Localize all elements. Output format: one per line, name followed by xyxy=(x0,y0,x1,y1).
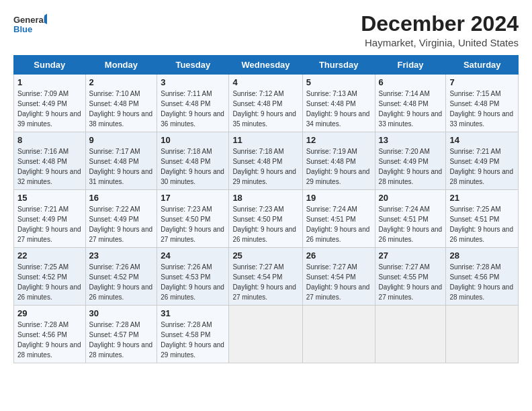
day-number: 9 xyxy=(89,135,154,145)
day-info: Sunrise: 7:28 AM Sunset: 4:58 PM Dayligh… xyxy=(161,321,224,359)
col-saturday: Saturday xyxy=(446,56,519,75)
day-info: Sunrise: 7:27 AM Sunset: 4:55 PM Dayligh… xyxy=(379,263,443,301)
calendar-cell: 21 Sunrise: 7:25 AM Sunset: 4:51 PM Dayl… xyxy=(446,190,519,248)
day-info: Sunrise: 7:28 AM Sunset: 4:56 PM Dayligh… xyxy=(449,263,513,301)
day-info: Sunrise: 7:28 AM Sunset: 4:57 PM Dayligh… xyxy=(89,321,153,359)
day-number: 28 xyxy=(449,250,515,261)
day-info: Sunrise: 7:24 AM Sunset: 4:51 PM Dayligh… xyxy=(306,205,370,243)
day-number: 29 xyxy=(17,308,82,318)
calendar-cell: 29 Sunrise: 7:28 AM Sunset: 4:56 PM Dayl… xyxy=(14,306,86,363)
calendar-week-5: 29 Sunrise: 7:28 AM Sunset: 4:56 PM Dayl… xyxy=(14,306,519,363)
col-sunday: Sunday xyxy=(14,56,86,75)
day-info: Sunrise: 7:20 AM Sunset: 4:49 PM Dayligh… xyxy=(379,148,443,185)
day-number: 26 xyxy=(306,250,371,261)
calendar-cell: 11 Sunrise: 7:18 AM Sunset: 4:48 PM Dayl… xyxy=(229,132,302,190)
calendar-cell: 27 Sunrise: 7:27 AM Sunset: 4:55 PM Dayl… xyxy=(375,248,446,306)
day-number: 18 xyxy=(232,193,298,203)
day-number: 21 xyxy=(449,193,515,203)
day-number: 10 xyxy=(161,135,225,145)
calendar-cell: 4 Sunrise: 7:12 AM Sunset: 4:48 PM Dayli… xyxy=(229,75,302,132)
calendar-cell xyxy=(302,306,375,363)
day-number: 22 xyxy=(17,250,82,261)
calendar-cell: 16 Sunrise: 7:22 AM Sunset: 4:49 PM Dayl… xyxy=(85,190,157,248)
month-title: December 2024 xyxy=(361,12,519,36)
day-info: Sunrise: 7:09 AM Sunset: 4:49 PM Dayligh… xyxy=(17,90,81,128)
calendar-cell: 18 Sunrise: 7:23 AM Sunset: 4:50 PM Dayl… xyxy=(229,190,302,248)
day-number: 27 xyxy=(379,250,443,261)
day-number: 19 xyxy=(306,193,371,203)
day-info: Sunrise: 7:14 AM Sunset: 4:48 PM Dayligh… xyxy=(379,90,443,128)
calendar-cell: 26 Sunrise: 7:27 AM Sunset: 4:54 PM Dayl… xyxy=(302,248,375,306)
day-info: Sunrise: 7:23 AM Sunset: 4:50 PM Dayligh… xyxy=(232,205,296,243)
day-info: Sunrise: 7:19 AM Sunset: 4:48 PM Dayligh… xyxy=(306,148,370,185)
day-number: 25 xyxy=(232,250,298,261)
day-number: 17 xyxy=(161,193,225,203)
calendar-cell: 5 Sunrise: 7:13 AM Sunset: 4:48 PM Dayli… xyxy=(302,75,375,132)
day-info: Sunrise: 7:15 AM Sunset: 4:48 PM Dayligh… xyxy=(449,90,513,128)
calendar-cell: 24 Sunrise: 7:26 AM Sunset: 4:53 PM Dayl… xyxy=(157,248,229,306)
day-number: 5 xyxy=(306,77,371,87)
day-number: 6 xyxy=(379,77,443,87)
day-info: Sunrise: 7:18 AM Sunset: 4:48 PM Dayligh… xyxy=(232,148,296,185)
calendar-cell: 6 Sunrise: 7:14 AM Sunset: 4:48 PM Dayli… xyxy=(375,75,446,132)
calendar-cell: 20 Sunrise: 7:24 AM Sunset: 4:51 PM Dayl… xyxy=(375,190,446,248)
day-number: 12 xyxy=(306,135,371,145)
day-info: Sunrise: 7:21 AM Sunset: 4:49 PM Dayligh… xyxy=(17,205,81,243)
col-wednesday: Wednesday xyxy=(229,56,302,75)
day-number: 3 xyxy=(161,77,225,87)
day-number: 30 xyxy=(89,308,154,318)
day-info: Sunrise: 7:16 AM Sunset: 4:48 PM Dayligh… xyxy=(17,148,81,185)
day-info: Sunrise: 7:28 AM Sunset: 4:56 PM Dayligh… xyxy=(17,321,81,359)
calendar-cell: 13 Sunrise: 7:20 AM Sunset: 4:49 PM Dayl… xyxy=(375,132,446,190)
day-info: Sunrise: 7:27 AM Sunset: 4:54 PM Dayligh… xyxy=(232,263,296,301)
day-info: Sunrise: 7:23 AM Sunset: 4:50 PM Dayligh… xyxy=(161,205,224,243)
col-tuesday: Tuesday xyxy=(157,56,229,75)
header: General Blue December 2024 Haymarket, Vi… xyxy=(13,12,519,48)
day-number: 1 xyxy=(17,77,82,87)
calendar-header-row: Sunday Monday Tuesday Wednesday Thursday… xyxy=(14,56,519,75)
calendar-cell: 30 Sunrise: 7:28 AM Sunset: 4:57 PM Dayl… xyxy=(85,306,157,363)
calendar-cell: 15 Sunrise: 7:21 AM Sunset: 4:49 PM Dayl… xyxy=(14,190,86,248)
day-number: 23 xyxy=(89,250,154,261)
calendar-cell: 23 Sunrise: 7:26 AM Sunset: 4:52 PM Dayl… xyxy=(85,248,157,306)
calendar-cell: 7 Sunrise: 7:15 AM Sunset: 4:48 PM Dayli… xyxy=(446,75,519,132)
calendar-cell xyxy=(446,306,519,363)
calendar-cell: 10 Sunrise: 7:18 AM Sunset: 4:48 PM Dayl… xyxy=(157,132,229,190)
logo: General Blue xyxy=(13,12,47,38)
calendar-cell: 22 Sunrise: 7:25 AM Sunset: 4:52 PM Dayl… xyxy=(14,248,86,306)
day-number: 4 xyxy=(232,77,298,87)
day-info: Sunrise: 7:10 AM Sunset: 4:48 PM Dayligh… xyxy=(89,90,153,128)
location-title: Haymarket, Virginia, United States xyxy=(361,37,519,48)
day-info: Sunrise: 7:12 AM Sunset: 4:48 PM Dayligh… xyxy=(232,90,296,128)
day-number: 16 xyxy=(89,193,154,203)
day-number: 20 xyxy=(379,193,443,203)
day-number: 24 xyxy=(161,250,225,261)
day-info: Sunrise: 7:22 AM Sunset: 4:49 PM Dayligh… xyxy=(89,205,153,243)
col-monday: Monday xyxy=(85,56,157,75)
day-info: Sunrise: 7:27 AM Sunset: 4:54 PM Dayligh… xyxy=(306,263,370,301)
calendar-cell: 12 Sunrise: 7:19 AM Sunset: 4:48 PM Dayl… xyxy=(302,132,375,190)
day-number: 11 xyxy=(232,135,298,145)
day-number: 15 xyxy=(17,193,82,203)
calendar-cell: 14 Sunrise: 7:21 AM Sunset: 4:49 PM Dayl… xyxy=(446,132,519,190)
day-number: 7 xyxy=(449,77,515,87)
svg-text:Blue: Blue xyxy=(13,24,32,34)
page: General Blue December 2024 Haymarket, Vi… xyxy=(0,0,532,371)
day-number: 14 xyxy=(449,135,515,145)
calendar-cell: 28 Sunrise: 7:28 AM Sunset: 4:56 PM Dayl… xyxy=(446,248,519,306)
calendar-cell: 3 Sunrise: 7:11 AM Sunset: 4:48 PM Dayli… xyxy=(157,75,229,132)
day-info: Sunrise: 7:26 AM Sunset: 4:52 PM Dayligh… xyxy=(89,263,153,301)
svg-text:General: General xyxy=(13,15,46,25)
calendar-cell xyxy=(375,306,446,363)
calendar-cell: 19 Sunrise: 7:24 AM Sunset: 4:51 PM Dayl… xyxy=(302,190,375,248)
col-thursday: Thursday xyxy=(302,56,375,75)
day-number: 13 xyxy=(379,135,443,145)
title-area: December 2024 Haymarket, Virginia, Unite… xyxy=(361,12,519,48)
calendar-week-2: 8 Sunrise: 7:16 AM Sunset: 4:48 PM Dayli… xyxy=(14,132,519,190)
calendar-cell xyxy=(229,306,302,363)
calendar-cell: 2 Sunrise: 7:10 AM Sunset: 4:48 PM Dayli… xyxy=(85,75,157,132)
calendar-cell: 8 Sunrise: 7:16 AM Sunset: 4:48 PM Dayli… xyxy=(14,132,86,190)
calendar-cell: 1 Sunrise: 7:09 AM Sunset: 4:49 PM Dayli… xyxy=(14,75,86,132)
calendar-week-3: 15 Sunrise: 7:21 AM Sunset: 4:49 PM Dayl… xyxy=(14,190,519,248)
col-friday: Friday xyxy=(375,56,446,75)
